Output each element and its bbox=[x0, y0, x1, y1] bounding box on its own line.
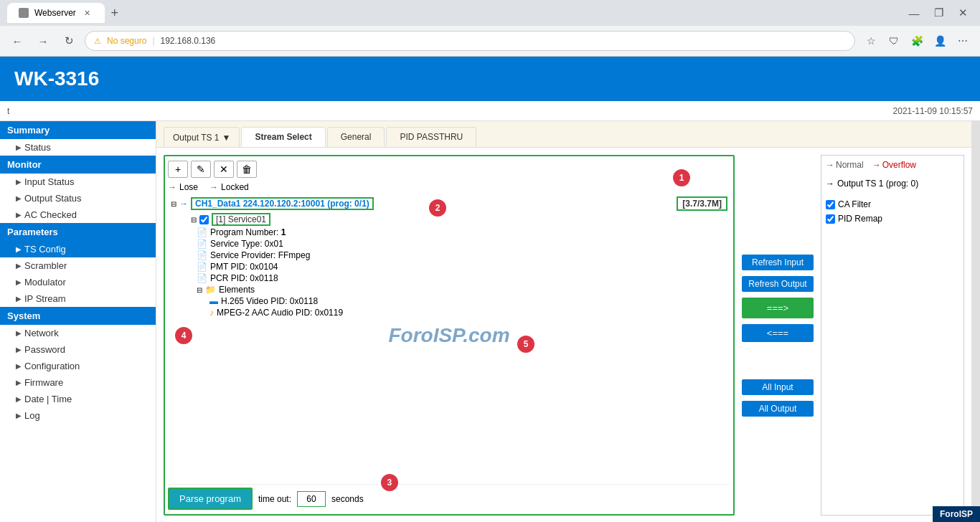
sidebar-item-configuration[interactable]: ▶ Configuration bbox=[0, 358, 156, 374]
edit-button[interactable]: ✎ bbox=[191, 161, 211, 178]
service-label: [1] Service01 bbox=[212, 213, 270, 226]
sidebar-item-input-status[interactable]: ▶ Input Status bbox=[0, 174, 156, 190]
main-layout: Summary ▶ Status Monitor ▶ Input Status … bbox=[0, 121, 980, 522]
tree-toggle-channel[interactable]: ⊟ bbox=[171, 200, 176, 208]
sidebar-item-log[interactable]: ▶ Log bbox=[0, 407, 156, 424]
address-bar[interactable]: ⚠ No seguro | 192.168.0.136 bbox=[85, 31, 855, 51]
tree-children-elements: ▬ H.265 Video PID: 0x0118 ♪ MPEG-2 AAC A… bbox=[207, 295, 730, 318]
sidebar-item-scrambler[interactable]: ▶ Scrambler bbox=[0, 257, 156, 274]
all-input-button[interactable]: All Input bbox=[742, 379, 814, 395]
sidebar-label-configuration: Configuration bbox=[24, 361, 80, 371]
arrow-icon: ▶ bbox=[16, 278, 22, 286]
sidebar-label-date-time: Date | Time bbox=[24, 394, 72, 404]
forward-arrow-button[interactable]: ===> bbox=[742, 298, 814, 318]
menu-icon[interactable]: ⋯ bbox=[953, 31, 973, 51]
tree-row-audio: ♪ MPEG-2 AAC Audio PID: 0x0119 bbox=[207, 307, 730, 318]
overflow-label: Overflow bbox=[882, 160, 916, 170]
tree-row-channel[interactable]: ⊟ → CH1_Data1 224.120.120.2:10001 (prog:… bbox=[168, 196, 730, 212]
video-label: H.265 Video PID: 0x0118 bbox=[221, 296, 318, 306]
address-text: 192.168.0.136 bbox=[161, 36, 216, 46]
extensions-icon[interactable]: 🧩 bbox=[907, 31, 927, 51]
tree-row-video: ▬ H.265 Video PID: 0x0118 bbox=[207, 295, 730, 307]
sidebar-label-firmware: Firmware bbox=[24, 377, 63, 388]
sidebar-item-firmware[interactable]: ▶ Firmware bbox=[0, 374, 156, 391]
sidebar-item-ip-stream[interactable]: ▶ IP Stream bbox=[0, 290, 156, 307]
pcr-pid-label: PCR PID: 0x0118 bbox=[210, 273, 278, 283]
tab-bar: Output TS 1 ▼ Stream Select General PID … bbox=[156, 121, 971, 148]
pmt-pid-label: PMT PID: 0x0104 bbox=[210, 262, 278, 272]
refresh-output-button[interactable]: Refresh Output bbox=[742, 276, 814, 292]
sidebar-label-modulator: Modulator bbox=[24, 277, 66, 288]
sidebar-item-output-status[interactable]: ▶ Output Status bbox=[0, 190, 156, 207]
timeout-input[interactable] bbox=[297, 491, 326, 507]
doc-icon-st: 📄 bbox=[197, 239, 207, 249]
tree-children-service: ⊟ [1] Service01 📄 Program Number: 1 bbox=[181, 212, 730, 319]
tab-close-button[interactable]: ✕ bbox=[82, 7, 93, 19]
timeout-label: time out: bbox=[258, 494, 291, 504]
seconds-label: seconds bbox=[331, 494, 364, 504]
sidebar-label-password: Password bbox=[24, 344, 65, 355]
delete-x-button[interactable]: ✕ bbox=[214, 161, 234, 178]
refresh-input-button[interactable]: Refresh Input bbox=[742, 255, 814, 270]
reload-button[interactable]: ↻ bbox=[59, 31, 79, 51]
tab-pid-passthru[interactable]: PID PASSTHRU bbox=[386, 127, 476, 147]
pid-remap-checkbox[interactable] bbox=[826, 214, 835, 224]
sidebar-item-modulator[interactable]: ▶ Modulator bbox=[0, 274, 156, 290]
sidebar-item-date-time[interactable]: ▶ Date | Time bbox=[0, 391, 156, 407]
channel-label: CH1_Data1 224.120.120.2:10001 (prog: 0/1… bbox=[191, 197, 374, 210]
sidebar-item-status[interactable]: ▶ Status bbox=[0, 139, 156, 156]
top-bar: t 2021-11-09 10:15:57 bbox=[0, 101, 980, 121]
doc-icon-pmt: 📄 bbox=[197, 262, 207, 272]
arrow-icon: ▶ bbox=[16, 143, 22, 151]
profile-icon[interactable]: 👤 bbox=[930, 31, 950, 51]
add-button[interactable]: + bbox=[168, 161, 188, 178]
elements-label: Elements bbox=[219, 285, 255, 295]
forward-button[interactable]: → bbox=[33, 31, 53, 51]
tab-stream-select[interactable]: Stream Select bbox=[241, 127, 325, 147]
shield-icon[interactable]: 🛡 bbox=[884, 31, 904, 51]
browser-nav: ← → ↻ ⚠ No seguro | 192.168.0.136 ☆ 🛡 🧩 … bbox=[0, 26, 980, 56]
left-panel: ForoISP.com + ✎ ✕ 🗑 → Lose → Lo bbox=[164, 155, 735, 516]
sidebar-item-password[interactable]: ▶ Password bbox=[0, 341, 156, 358]
all-output-button[interactable]: All Output bbox=[742, 401, 814, 417]
sidebar-section-monitor: Monitor bbox=[0, 156, 156, 174]
tree-row-service[interactable]: ⊟ [1] Service01 bbox=[181, 212, 730, 227]
tree-node-service: ⊟ [1] Service01 📄 Program Number: 1 bbox=[181, 212, 730, 319]
stream-content: ForoISP.com + ✎ ✕ 🗑 → Lose → Lo bbox=[156, 148, 971, 522]
sidebar-item-ac-checked[interactable]: ▶ AC Checked bbox=[0, 207, 156, 223]
star-icon[interactable]: ☆ bbox=[861, 31, 881, 51]
sidebar-section-summary: Summary bbox=[0, 121, 156, 139]
channel-arrow-icon: → bbox=[179, 199, 188, 209]
middle-buttons: Refresh Input Refresh Output ===> <=== A… bbox=[742, 155, 814, 516]
arrow-icon: ▶ bbox=[16, 379, 22, 386]
tree-row-elements[interactable]: ⊟ 📁 Elements bbox=[194, 284, 730, 295]
sidebar-label-ts-config: TS Config bbox=[24, 244, 66, 255]
browser-tab[interactable]: Webserver ✕ bbox=[7, 3, 105, 23]
locked-arrow-icon: → bbox=[209, 182, 218, 192]
status-bar: → Lose → Locked bbox=[168, 181, 730, 195]
tree-row-service-type: 📄 Service Type: 0x01 bbox=[194, 238, 730, 250]
back-button[interactable]: ← bbox=[7, 31, 27, 51]
parse-program-button[interactable]: Parse program bbox=[168, 488, 253, 510]
arrow-icon: ▶ bbox=[16, 211, 22, 219]
scroll-indicator[interactable] bbox=[971, 121, 980, 522]
close-button[interactable]: ✕ bbox=[953, 3, 973, 23]
sidebar-item-network[interactable]: ▶ Network bbox=[0, 325, 156, 341]
tree-toggle-elements[interactable]: ⊟ bbox=[197, 286, 202, 294]
backward-arrow-button[interactable]: <=== bbox=[742, 324, 814, 342]
tab-output-ts-1[interactable]: Output TS 1 ▼ bbox=[164, 127, 240, 147]
sidebar-label-ip-stream: IP Stream bbox=[24, 293, 66, 304]
maximize-button[interactable]: ❐ bbox=[928, 3, 948, 23]
tab-general[interactable]: General bbox=[327, 127, 385, 147]
tree-toggle-service[interactable]: ⊟ bbox=[191, 216, 197, 224]
sidebar-item-ts-config[interactable]: ▶ TS Config bbox=[0, 241, 156, 257]
service-checkbox[interactable] bbox=[199, 215, 209, 224]
trash-button[interactable]: 🗑 bbox=[237, 161, 257, 178]
browser-titlebar: Webserver ✕ + — ❐ ✕ bbox=[0, 0, 980, 26]
app-title: WK-3316 bbox=[14, 67, 99, 90]
security-label: No seguro bbox=[107, 36, 146, 46]
ca-filter-checkbox[interactable] bbox=[826, 200, 835, 209]
new-tab-button[interactable]: + bbox=[105, 3, 125, 23]
minimize-button[interactable]: — bbox=[904, 3, 924, 23]
output-arrow-icon: → bbox=[826, 179, 834, 189]
